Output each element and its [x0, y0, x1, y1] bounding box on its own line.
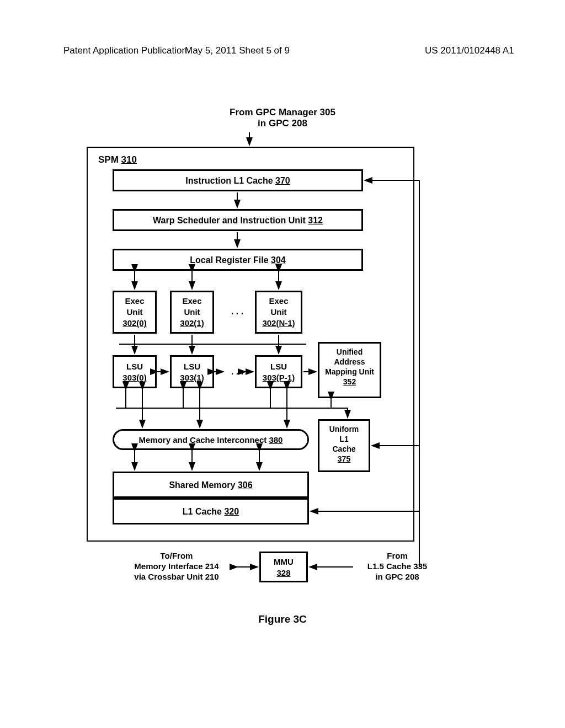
exec-unit-1: Exec Unit 302(1): [170, 291, 214, 334]
lsu-dots: . . .: [221, 367, 254, 377]
diagram-stage: From GPC Manager 305 in GPC 208 SPM 310 …: [0, 0, 565, 728]
lsu-0: LSU 303(0): [113, 355, 157, 388]
memory-cache-interconnect: Memory and Cache Interconnect 380: [113, 429, 309, 450]
uniform-l1-cache: Uniform L1 Cache 375: [318, 419, 370, 472]
exec-unit-0: Exec Unit 302(0): [113, 291, 157, 334]
exec-dots: . . .: [221, 307, 254, 317]
lsu-1: LSU 303(1): [170, 355, 214, 388]
figure-caption: Figure 3C: [0, 613, 565, 625]
mmu: MMU 328: [259, 552, 308, 582]
to-from-memory-interface: To/From Memory Interface 214 via Crossba…: [116, 550, 237, 582]
local-register-file: Local Register File 304: [113, 249, 363, 271]
spm-label: SPM 310: [98, 154, 137, 165]
instruction-l1-cache: Instruction L1 Cache 370: [113, 169, 363, 191]
from-gpc-line2: in GPC 208: [0, 118, 565, 129]
l1-cache: L1 Cache 320: [113, 498, 309, 524]
from-l15-cache: From L1.5 Cache 335 in GPC 208: [348, 550, 447, 582]
warp-scheduler: Warp Scheduler and Instruction Unit 312: [113, 209, 363, 231]
from-gpc-line1: From GPC Manager 305: [0, 107, 565, 118]
from-gpc-label: From GPC Manager 305 in GPC 208: [0, 107, 565, 129]
exec-unit-n: Exec Unit 302(N-1): [255, 291, 302, 334]
unified-address-mapping-unit: Unified Address Mapping Unit 352: [318, 342, 381, 398]
shared-memory: Shared Memory 306: [113, 472, 309, 498]
lsu-p: LSU 303(P-1): [255, 355, 302, 388]
